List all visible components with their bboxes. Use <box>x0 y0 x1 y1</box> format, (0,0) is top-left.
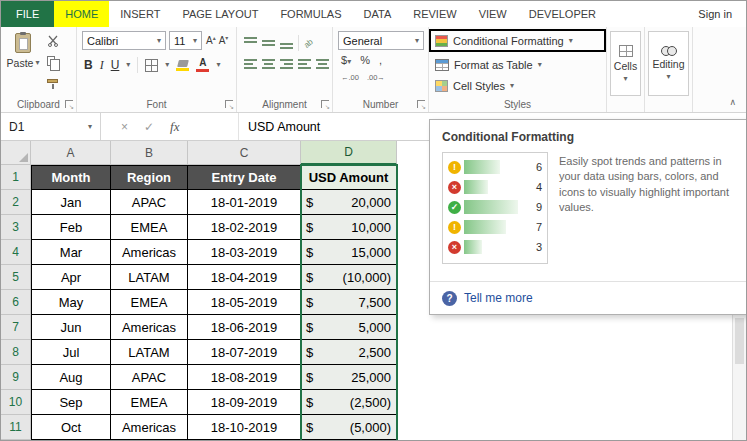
cell-date[interactable]: 18-10-2019 <box>188 415 301 440</box>
cell-date[interactable]: 18-08-2019 <box>188 365 301 390</box>
row-number[interactable]: 10 <box>1 390 31 415</box>
cell-month[interactable]: Aug <box>31 365 111 390</box>
column-header-b[interactable]: B <box>111 141 188 165</box>
scrollbar-thumb[interactable] <box>735 318 744 364</box>
tab-home[interactable]: HOME <box>54 1 109 27</box>
grow-font-button[interactable]: A <box>206 34 216 46</box>
cell-month[interactable]: Mar <box>31 240 111 265</box>
copy-button[interactable] <box>47 53 69 69</box>
cell-amount-header-active[interactable]: USD Amount <box>301 165 397 190</box>
tab-data[interactable]: DATA <box>353 1 403 27</box>
cell-date[interactable]: 18-01-2019 <box>188 190 301 215</box>
cell-amount[interactable]: $(10,000) <box>301 265 397 290</box>
cell-amount[interactable]: $20,000 <box>301 190 397 215</box>
cell-region[interactable]: APAC <box>111 365 188 390</box>
cell-month[interactable]: Oct <box>31 415 111 440</box>
decrease-decimal-icon[interactable]: .00→ <box>367 73 385 82</box>
cell-date[interactable]: 18-07-2019 <box>188 340 301 365</box>
tab-page-layout[interactable]: PAGE LAYOUT <box>171 1 269 27</box>
italic-button[interactable]: I <box>100 58 104 73</box>
cell-month-header[interactable]: Month <box>31 165 111 190</box>
shrink-font-button[interactable]: A <box>219 34 229 46</box>
row-number[interactable]: 11 <box>1 415 31 440</box>
row-number[interactable]: 5 <box>1 265 31 290</box>
row-number[interactable]: 6 <box>1 290 31 315</box>
row-number[interactable]: 1 <box>1 165 31 190</box>
cell-month[interactable]: Jun <box>31 315 111 340</box>
cell-date[interactable]: 18-03-2019 <box>188 240 301 265</box>
cell-region-header[interactable]: Region <box>111 165 188 190</box>
cell-month[interactable]: May <box>31 290 111 315</box>
cell-date-header[interactable]: Entry Date <box>188 165 301 190</box>
cell-date[interactable]: 18-06-2019 <box>188 315 301 340</box>
row-number[interactable]: 2 <box>1 190 31 215</box>
cancel-icon[interactable]: × <box>121 120 128 134</box>
column-header-d-selected[interactable]: D <box>301 141 397 165</box>
percent-style-icon[interactable]: % <box>360 54 370 66</box>
cell-amount[interactable]: $25,000 <box>301 365 397 390</box>
cell-date[interactable]: 18-09-2019 <box>188 390 301 415</box>
cell-month[interactable]: Jul <box>31 340 111 365</box>
tab-review[interactable]: REVIEW <box>402 1 467 27</box>
dialog-launcher-icon[interactable] <box>417 100 425 108</box>
decrease-indent-icon[interactable] <box>298 58 311 70</box>
cell-amount[interactable]: $5,000 <box>301 315 397 340</box>
cell-month[interactable]: Apr <box>31 265 111 290</box>
cell-amount[interactable]: $7,500 <box>301 290 397 315</box>
cut-button[interactable] <box>47 33 69 49</box>
paste-button[interactable]: Paste▾ <box>4 31 42 91</box>
row-number[interactable]: 8 <box>1 340 31 365</box>
cell-region[interactable]: APAC <box>111 190 188 215</box>
cell-amount[interactable]: $(2,500) <box>301 390 397 415</box>
orientation-icon[interactable]: ab <box>302 37 315 50</box>
cell-date[interactable]: 18-02-2019 <box>188 215 301 240</box>
vertical-scrollbar[interactable] <box>732 314 746 441</box>
align-center-icon[interactable] <box>262 58 275 70</box>
cell-region[interactable]: EMEA <box>111 290 188 315</box>
comma-style-icon[interactable]: , <box>379 54 382 66</box>
tab-file[interactable]: FILE <box>1 1 54 27</box>
name-box[interactable]: D1 ▾ <box>1 113 101 140</box>
cell-region[interactable]: EMEA <box>111 390 188 415</box>
select-all-corner[interactable] <box>1 141 31 165</box>
format-as-table-button[interactable]: Format as Table ▾ <box>431 55 546 74</box>
tab-view[interactable]: VIEW <box>468 1 518 27</box>
column-header-a[interactable]: A <box>31 141 111 165</box>
tab-formulas[interactable]: FORMULAS <box>269 1 352 27</box>
cell-region[interactable]: Americas <box>111 240 188 265</box>
borders-icon[interactable] <box>145 59 158 72</box>
dialog-launcher-icon[interactable] <box>225 100 233 108</box>
editing-button[interactable]: Editing ▾ <box>648 31 689 96</box>
cell-region[interactable]: LATAM <box>111 265 188 290</box>
cell-date[interactable]: 18-04-2019 <box>188 265 301 290</box>
format-painter-button[interactable] <box>47 73 69 89</box>
row-number[interactable]: 4 <box>1 240 31 265</box>
font-color-icon[interactable]: A <box>196 58 209 72</box>
cell-styles-button[interactable]: Cell Styles ▾ <box>431 76 518 95</box>
cell-region[interactable]: Americas <box>111 315 188 340</box>
tab-developer[interactable]: DEVELOPER <box>518 1 607 27</box>
cell-region[interactable]: Americas <box>111 415 188 440</box>
cell-amount[interactable]: $(5,000) <box>301 415 397 440</box>
underline-button[interactable]: U <box>111 58 120 72</box>
conditional-formatting-button[interactable]: Conditional Formatting ▾ <box>429 29 606 52</box>
enter-icon[interactable]: ✓ <box>144 120 154 134</box>
align-top-icon[interactable] <box>244 37 257 49</box>
row-number[interactable]: 7 <box>1 315 31 340</box>
cells-button[interactable]: Cells ▾ <box>610 31 641 96</box>
row-number[interactable]: 3 <box>1 215 31 240</box>
cell-date[interactable]: 18-05-2019 <box>188 290 301 315</box>
sign-in-button[interactable]: Sign in <box>698 1 746 27</box>
increase-decimal-icon[interactable]: ←.00 <box>341 73 359 82</box>
align-right-icon[interactable] <box>280 58 293 70</box>
cell-month[interactable]: Sep <box>31 390 111 415</box>
dialog-launcher-icon[interactable] <box>65 100 73 108</box>
align-middle-icon[interactable] <box>262 37 275 49</box>
align-left-icon[interactable] <box>244 58 257 70</box>
cell-amount[interactable]: $10,000 <box>301 215 397 240</box>
tell-me-more-link[interactable]: Tell me more <box>464 291 533 305</box>
font-name-combobox[interactable]: Calibri ▾ <box>82 31 166 50</box>
cell-amount[interactable]: $15,000 <box>301 240 397 265</box>
bold-button[interactable]: B <box>84 58 93 72</box>
cell-month[interactable]: Jan <box>31 190 111 215</box>
